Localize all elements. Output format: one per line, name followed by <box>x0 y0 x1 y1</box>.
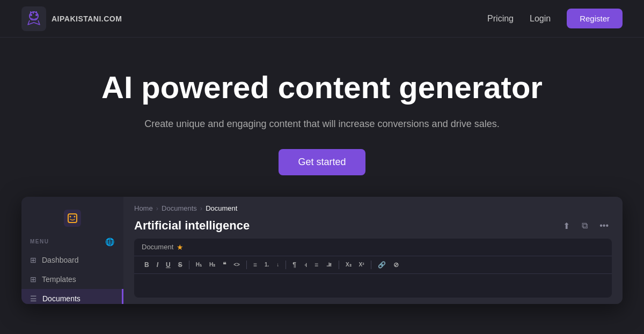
logo-area: AIPAKISTANI.COM <box>21 6 122 31</box>
toolbar-align-right[interactable]: ⫡ <box>323 259 335 270</box>
svg-point-10 <box>74 216 76 217</box>
sidebar-item-documents[interactable]: ☰ Documents <box>21 289 123 304</box>
export-button[interactable]: ⬆ <box>560 219 573 233</box>
toolbar-separator-2 <box>246 261 247 269</box>
toolbar-align-left[interactable]: ⫞ <box>301 259 310 270</box>
sidebar: MENU 🌐 ⊞ Dashboard ⊞ Templates ☰ Documen… <box>21 197 123 304</box>
toolbar-h2[interactable]: H₂ <box>207 260 218 269</box>
doc-title-bar: Artificial intelligence ⬆ ⧉ ••• <box>123 217 623 239</box>
toolbar-code[interactable]: <> <box>231 260 243 269</box>
toolbar-italic[interactable]: I <box>154 259 161 270</box>
nav-link-login[interactable]: Login <box>530 14 551 24</box>
toolbar-separator-4 <box>339 261 339 269</box>
toolbar-bold[interactable]: B <box>142 259 152 270</box>
toolbar-link[interactable]: 🔗 <box>375 259 389 270</box>
sidebar-item-templates-label: Templates <box>42 275 76 284</box>
globe-icon: 🌐 <box>105 237 115 246</box>
toolbar-h1[interactable]: H₁ <box>193 260 204 269</box>
breadcrumb-current: Document <box>206 204 237 212</box>
toolbar-separator-1 <box>189 261 189 269</box>
sidebar-item-templates[interactable]: ⊞ Templates <box>21 270 123 289</box>
svg-rect-0 <box>21 6 46 31</box>
sidebar-logo-icon <box>64 210 81 227</box>
main-content: Home › Documents › Document Artificial i… <box>123 197 623 304</box>
app-preview: MENU 🌐 ⊞ Dashboard ⊞ Templates ☰ Documen… <box>21 197 623 304</box>
toolbar-separator-3 <box>286 261 286 269</box>
breadcrumb-documents[interactable]: Documents <box>162 204 197 212</box>
editor-toolbar: B I U S H₁ H₂ ❝ <> ≡ 1. ↓ ¶ ⫞ ≡ ⫡ X₂ <box>134 256 612 274</box>
svg-point-9 <box>70 216 71 217</box>
breadcrumb-sep-2: › <box>200 204 202 212</box>
svg-rect-4 <box>33 12 34 14</box>
sidebar-item-dashboard[interactable]: ⊞ Dashboard <box>21 250 123 270</box>
breadcrumb-sep-1: › <box>156 204 158 212</box>
toolbar-ol-desc[interactable]: ↓ <box>274 260 282 269</box>
editor-header: Document ★ <box>134 239 612 256</box>
sidebar-logo <box>21 205 123 235</box>
toolbar-subscript[interactable]: X₂ <box>343 260 354 269</box>
toolbar-blockquote[interactable]: ❝ <box>220 259 229 270</box>
navbar: AIPAKISTANI.COM Pricing Login Register <box>0 0 644 38</box>
svg-rect-6 <box>36 11 37 13</box>
breadcrumb: Home › Documents › Document <box>123 197 623 217</box>
svg-point-3 <box>35 14 38 16</box>
toolbar-strike[interactable]: S <box>175 259 185 270</box>
get-started-button[interactable]: Get started <box>279 149 365 175</box>
toolbar-align-center[interactable]: ≡ <box>312 259 321 270</box>
sidebar-menu-label: MENU 🌐 <box>21 235 123 250</box>
logo-icon <box>21 6 46 31</box>
dashboard-icon: ⊞ <box>30 256 36 264</box>
hero-section: AI powered content generator Create uniq… <box>0 38 644 197</box>
nav-links: Pricing Login Register <box>487 9 623 28</box>
breadcrumb-home[interactable]: Home <box>134 204 153 212</box>
sidebar-item-documents-label: Documents <box>42 294 80 303</box>
doc-actions: ⬆ ⧉ ••• <box>560 219 612 233</box>
toolbar-ul[interactable]: ≡ <box>251 259 260 270</box>
toolbar-underline[interactable]: U <box>163 259 173 270</box>
editor-container: Document ★ B I U S H₁ H₂ ❝ <> ≡ 1. ↓ ¶ ⫞ <box>134 239 612 298</box>
doc-label: Document <box>142 243 173 251</box>
doc-title: Artificial intelligence <box>134 219 250 233</box>
documents-icon: ☰ <box>30 294 37 303</box>
more-button[interactable]: ••• <box>596 219 612 233</box>
toolbar-ol-asc[interactable]: 1. <box>262 260 272 269</box>
svg-rect-7 <box>64 210 81 227</box>
toolbar-separator-5 <box>371 261 371 269</box>
register-button[interactable]: Register <box>567 9 623 28</box>
nav-link-pricing[interactable]: Pricing <box>487 14 514 24</box>
star-icon: ★ <box>177 243 184 251</box>
toolbar-clear[interactable]: ⊘ <box>391 259 401 270</box>
templates-icon: ⊞ <box>30 275 36 284</box>
hero-subtitle: Create unique and engaging content that … <box>21 118 623 130</box>
svg-point-2 <box>30 14 32 16</box>
svg-rect-5 <box>30 11 31 13</box>
copy-button[interactable]: ⧉ <box>579 219 591 233</box>
sidebar-item-dashboard-label: Dashboard <box>42 256 79 264</box>
toolbar-superscript[interactable]: X² <box>356 260 367 269</box>
logo-text: AIPAKISTANI.COM <box>52 14 122 23</box>
hero-title: AI powered content generator <box>21 70 623 106</box>
toolbar-para[interactable]: ¶ <box>290 259 299 270</box>
